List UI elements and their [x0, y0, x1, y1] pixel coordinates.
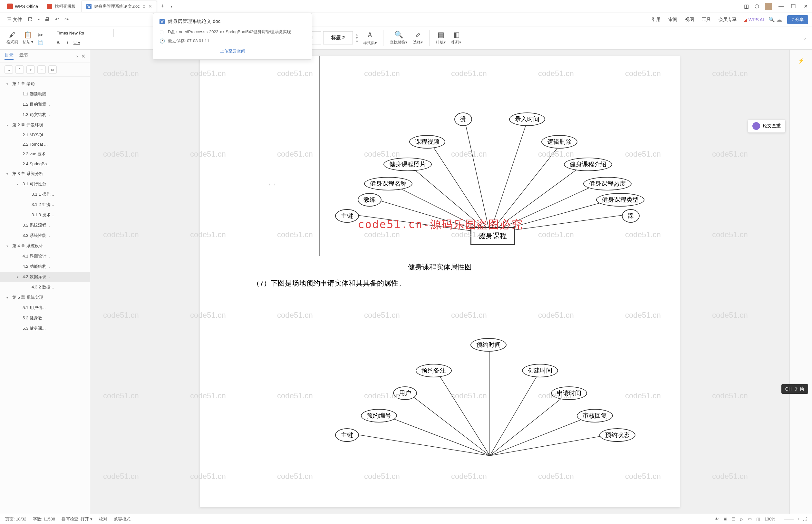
toc-item[interactable]: 4.2 功能结构...: [0, 261, 90, 272]
zoom-level[interactable]: 130%: [765, 517, 775, 521]
style-heading2[interactable]: 标题 2: [323, 31, 353, 45]
pin-icon[interactable]: ⊡: [143, 4, 146, 9]
file-menu[interactable]: 三 文件: [4, 15, 25, 24]
menu-reference[interactable]: 引用: [648, 15, 664, 24]
close-icon[interactable]: ✕: [148, 4, 152, 9]
chevron-down-icon[interactable]: ▾: [17, 275, 21, 279]
menu-view[interactable]: 视图: [682, 15, 697, 24]
add-button[interactable]: +: [27, 65, 35, 74]
tab-document[interactable]: W 健身房管理系统论文.doc ⊡ ✕: [82, 1, 157, 12]
tab-templates[interactable]: 找稻壳模板: [43, 1, 80, 12]
toc-item[interactable]: ▾4.3 数据库设...: [0, 272, 90, 282]
toc-item[interactable]: ▾第 4 章 系统设计: [0, 241, 90, 251]
window-outline-icon[interactable]: ◫: [744, 3, 749, 9]
bold-button[interactable]: B: [54, 38, 62, 47]
styleset-button[interactable]: Ａ 样式集▾: [361, 30, 379, 46]
style-expand[interactable]: ≡: [356, 39, 358, 43]
popup-path[interactable]: ▢ D盘 › needProccess › 2023-x › SpringBoo…: [160, 29, 305, 35]
toc-item[interactable]: 3.1.1 操作...: [0, 189, 90, 199]
toc-item[interactable]: 2.1 MYSQL ...: [0, 130, 90, 140]
collapse-button[interactable]: ⌄: [4, 65, 13, 74]
menu-tools[interactable]: 工具: [699, 15, 714, 24]
toc-item[interactable]: ▾第 1 章 绪论: [0, 79, 90, 89]
reading-icon[interactable]: ▭: [748, 517, 752, 521]
cube-icon[interactable]: ⬡: [755, 3, 759, 9]
plagiarism-check-button[interactable]: 论文查重: [748, 119, 785, 133]
toc-item[interactable]: 5.3 健身课...: [0, 323, 90, 333]
print-icon[interactable]: 🖶: [44, 15, 51, 24]
toc-item[interactable]: 4.1 界面设计...: [0, 251, 90, 261]
toc-item[interactable]: 1.2 目的和意...: [0, 99, 90, 110]
avatar-icon[interactable]: [765, 3, 772, 10]
save-dropdown[interactable]: ▾: [37, 16, 41, 22]
web-layout-icon[interactable]: ◫: [756, 517, 760, 521]
redo-icon[interactable]: ↷: [63, 15, 70, 24]
status-words[interactable]: 字数: 11538: [33, 516, 55, 522]
chevron-down-icon[interactable]: ▾: [6, 244, 11, 248]
italic-button[interactable]: I: [63, 38, 71, 47]
right-panel-lightning[interactable]: ⚡: [792, 53, 810, 68]
toc-item[interactable]: 1.1 选题动因: [0, 89, 90, 99]
toc-item[interactable]: 3.1.2 经济...: [0, 199, 90, 210]
minimize-button[interactable]: —: [778, 3, 784, 10]
chevron-down-icon[interactable]: ▾: [6, 172, 11, 176]
toc-item[interactable]: ▾第 2 章 开发环境...: [0, 120, 90, 130]
toc-item[interactable]: 3.1.3 技术...: [0, 210, 90, 220]
zoom-slider[interactable]: [784, 519, 794, 520]
play-icon[interactable]: ▷: [740, 517, 743, 521]
toc-item[interactable]: 5.2 健身教...: [0, 313, 90, 323]
arrange2-button[interactable]: ◧ 排列▾: [449, 31, 463, 45]
fullscreen-icon[interactable]: ⛶: [803, 517, 807, 521]
format-painter-group[interactable]: 🖌 格式刷: [5, 31, 19, 45]
toc-item[interactable]: 4.3.2 数据...: [0, 282, 90, 292]
toc-item[interactable]: 3.2 系统流程...: [0, 220, 90, 230]
menu-review[interactable]: 审阅: [665, 15, 681, 24]
close-sidebar-icon[interactable]: ✕: [81, 53, 85, 59]
close-button[interactable]: ✕: [802, 3, 809, 10]
page-layout-icon[interactable]: ▣: [724, 517, 727, 521]
sidebar-tab-toc[interactable]: 目录: [4, 52, 14, 60]
drag-handle-icon[interactable]: ⋮⋮: [267, 182, 277, 187]
style-scroll-down[interactable]: ▾: [356, 36, 358, 39]
style-scroll-up[interactable]: ▴: [356, 33, 358, 36]
toc-item[interactable]: ▾第 3 章 系统分析: [0, 168, 90, 179]
document-area[interactable]: code51.cncode51.cncode51.cncode51.cncode…: [90, 50, 790, 514]
status-proof[interactable]: 校对: [99, 516, 107, 522]
toc-item[interactable]: 1.3 论文结构...: [0, 110, 90, 120]
toc-item[interactable]: 2.3 vue 技术: [0, 149, 90, 159]
toc-item[interactable]: ▾第 5 章 系统实现: [0, 292, 90, 302]
status-spellcheck[interactable]: 拼写检查: 打开 ▾: [62, 516, 93, 522]
share-button[interactable]: ⤴ 分享: [787, 15, 808, 24]
tab-dropdown[interactable]: ▾: [167, 4, 176, 9]
chevron-down-icon[interactable]: ▾: [6, 296, 11, 299]
toc-item[interactable]: 3.3 系统性能...: [0, 230, 90, 241]
chevron-right-icon[interactable]: ›: [76, 53, 78, 59]
select-button[interactable]: ⬀ 选择▾: [411, 31, 425, 45]
status-compat[interactable]: 兼容模式: [114, 516, 131, 522]
app-logo[interactable]: WPS Office: [3, 3, 42, 9]
chevron-down-icon[interactable]: ▾: [17, 182, 21, 186]
find-replace-button[interactable]: 🔍 查找替换▾: [388, 31, 409, 45]
toc-item[interactable]: 2.4 SpringBo...: [0, 159, 90, 168]
outline-icon[interactable]: ☰: [732, 517, 736, 521]
underline-button[interactable]: U ▾: [72, 38, 81, 47]
toc-item[interactable]: ▾3.1 可行性分...: [0, 179, 90, 189]
remove-button[interactable]: −: [37, 65, 46, 74]
menu-member[interactable]: 会员专享: [715, 15, 740, 24]
cloud-icon[interactable]: ☁: [776, 16, 782, 23]
cut-group[interactable]: ✂ 📄: [36, 31, 45, 45]
eye-icon[interactable]: 👁: [715, 517, 719, 521]
search-icon[interactable]: 🔍: [768, 16, 775, 22]
expand-button[interactable]: ⌃: [15, 65, 24, 74]
status-page[interactable]: 页面: 18/32: [5, 516, 27, 522]
undo-icon[interactable]: ↶: [54, 15, 61, 24]
wps-ai-button[interactable]: ◢ WPS AI: [744, 17, 764, 22]
toc-item[interactable]: 2.2 Tomcat ...: [0, 140, 90, 149]
toolbar-expand[interactable]: ⌄: [803, 35, 807, 41]
paste-group[interactable]: 📋 粘贴 ▾: [21, 31, 34, 45]
chevron-down-icon[interactable]: ▾: [6, 82, 11, 86]
upload-cloud-link[interactable]: 上传至云空间: [160, 48, 305, 54]
font-family-select[interactable]: [54, 29, 114, 37]
sidebar-tab-chapter[interactable]: 章节: [19, 52, 28, 60]
maximize-button[interactable]: ❐: [790, 3, 797, 10]
